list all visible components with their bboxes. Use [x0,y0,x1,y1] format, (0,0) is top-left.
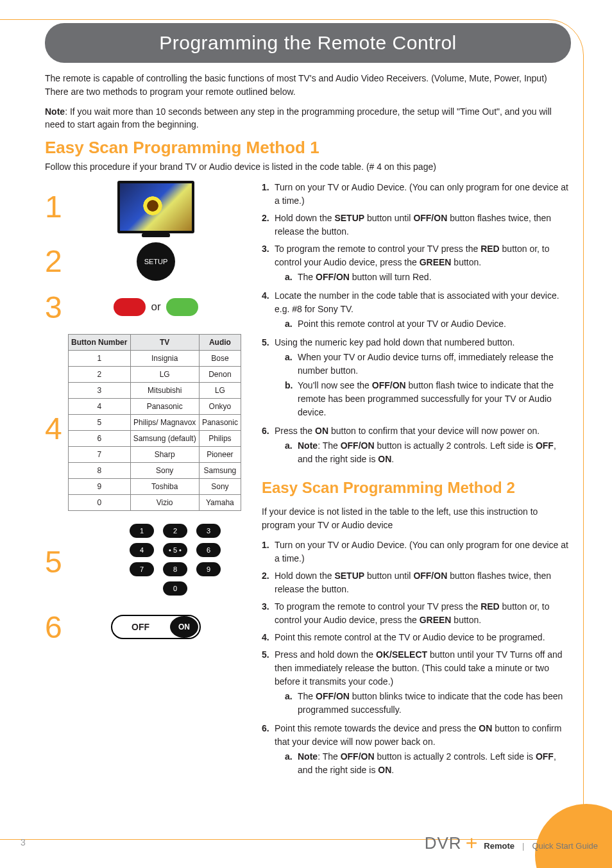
off-label: OFF [112,622,169,632]
table-row: 2LGDenon [69,366,241,382]
off-on-button-icon: OFF ON [111,615,201,639]
method1-heading: Easy Scan Programming Method 1 [45,138,571,158]
list-item: 4. Locate the number in the code table t… [262,289,571,332]
content-area: The remote is capable of controlling the… [45,72,571,782]
cell-audio: LG [199,382,241,398]
substeps: a.The OFF/ON button will turn Red. [275,271,571,284]
cell-tv: Sony [130,462,199,478]
list-item: b.You'll now see the OFF/ON button flash… [285,379,571,419]
cell-tv: Panasonic [130,398,199,414]
list-item: a.The OFF/ON button blinks twice to indi… [285,690,571,717]
table-row: 1InsigniaBose [69,350,241,366]
keypad-8: 8 [163,562,187,576]
footer-brand: DVR+ Remote | Quick Start Guide [425,830,598,854]
diagram-step-number: 3 [45,290,68,325]
code-table-head-number: Button Number [69,334,131,350]
cell-num: 3 [69,382,131,398]
sunflower-icon [142,195,164,217]
cell-num: 7 [69,446,131,462]
diagram-step-2: 2 SETUP [45,242,244,281]
list-item: 1.Turn on your TV or Audio Device. (You … [262,538,571,565]
substeps: a.Point this remote control at your TV o… [275,317,571,331]
cell-tv: LG [130,366,199,382]
table-row: 8SonySamsung [69,462,241,478]
keypad-0: 0 [163,581,187,596]
cell-audio: Panasonic [199,414,241,430]
cell-tv: Samsung (default) [130,430,199,446]
list-item: a.The OFF/ON button will turn Red. [285,271,571,284]
cell-num: 9 [69,478,131,494]
cell-num: 1 [69,350,131,366]
keypad-1: 1 [130,524,154,538]
diagram-step-number: 6 [45,610,68,645]
table-row: 6Samsung (default)Philips [69,430,241,446]
list-item: 3.To program the remote to control your … [262,600,571,627]
method1-intro: Follow this procedure if your brand TV o… [45,162,571,172]
keypad-6: 6 [196,543,221,557]
step-text: Using the numeric key pad hold down that… [275,336,571,421]
brand-remote: Remote [484,841,514,851]
cell-num: 5 [69,414,131,430]
keypad-4: 4 [130,543,154,557]
list-item: 4.Point this remote control at the TV or… [262,631,571,644]
list-item: a.When your TV or Audio device turns off… [285,351,571,378]
step-number: 2. [262,212,275,238]
substeps: a.The OFF/ON button blinks twice to indi… [275,690,571,717]
diagram-step-4: 4 Button Number TV Audio 1I [45,334,244,511]
on-label: ON [170,616,198,638]
cell-tv: Philips/ Magnavox [130,414,199,430]
page-number: 3 [21,837,26,847]
substeps: a.When your TV or Audio device turns off… [275,351,571,419]
page-title: Programming the Remote Control [159,32,457,53]
table-row: 0VizioYamaha [69,494,241,510]
cell-tv: Sharp [130,446,199,462]
keypad-9: 9 [196,562,221,576]
code-table-head-audio: Audio [199,334,241,350]
tv-icon [117,181,194,233]
step-text: Hold down the SETUP button until OFF/ON … [275,212,571,238]
diagram-step-number: 2 [45,244,68,279]
red-button-icon [114,298,146,316]
code-table-head-tv: TV [130,334,199,350]
keypad-7: 7 [130,562,154,576]
note-paragraph: Note: If you wait more than 10 seconds b… [45,105,571,131]
list-item: 1. Turn on your TV or Audio Device. (You… [262,181,571,208]
cell-audio: Samsung [199,462,241,478]
table-row: 3MitsubishiLG [69,382,241,398]
left-column: 1 2 SETUP 3 [45,181,244,783]
footer: 3 DVR+ Remote | Quick Start Guide [21,830,598,854]
cell-audio: Onkyo [199,398,241,414]
cell-num: 2 [69,366,131,382]
cell-num: 6 [69,430,131,446]
substeps: a.Note: The OFF/ON button is actually 2 … [275,439,571,466]
step-text: Turn on your TV or Audio Device. (You ca… [275,181,571,208]
list-item: 2. Hold down the SETUP button until OFF/… [262,212,571,238]
setup-button-icon: SETUP [137,242,175,281]
cell-num: 0 [69,494,131,510]
method2-intro: If your device is not listed in the tabl… [262,505,571,532]
cell-num: 4 [69,398,131,414]
list-item: a.Point this remote control at your TV o… [285,317,571,331]
page-title-bar: Programming the Remote Control [45,23,571,63]
keypad-3: 3 [196,524,221,538]
list-item: a.Note: The OFF/ON button is actually 2 … [285,750,571,777]
cell-audio: Pioneer [199,446,241,462]
step-number: 3. [262,242,275,285]
list-item: a.Note: The OFF/ON button is actually 2 … [285,439,571,466]
step-text: To program the remote to control your TV… [275,242,571,285]
substeps: a.Note: The OFF/ON button is actually 2 … [275,750,571,777]
code-table: Button Number TV Audio 1InsigniaBose 2LG… [68,334,241,511]
list-item: 6. Press the ON button to confirm that y… [262,424,571,467]
step-number: 4. [262,289,275,332]
brand-separator: | [522,841,524,851]
step-text: Locate the number in the code table that… [275,289,571,332]
cell-audio: Philips [199,430,241,446]
or-label: or [151,301,160,313]
brand-plus: + [466,831,478,855]
diagram-step-number: 5 [45,544,68,580]
cell-tv: Mitsubishi [130,382,199,398]
note-body: : If you wait more than 10 seconds betwe… [45,106,552,129]
brand-guide: Quick Start Guide [532,841,598,851]
cell-num: 8 [69,462,131,478]
keypad-5: • 5 • [163,543,187,557]
